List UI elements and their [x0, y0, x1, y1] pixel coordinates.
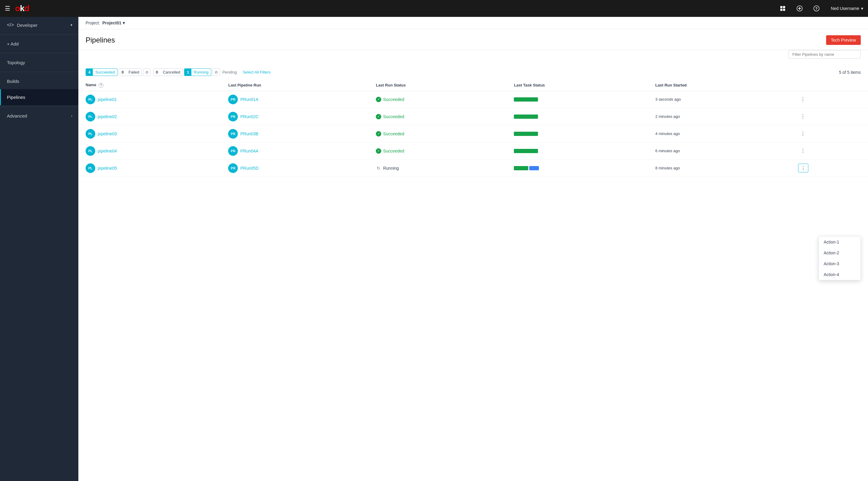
failed-filter-chip[interactable]: 0 Failed: [119, 68, 142, 76]
cancelled-label: Cancelled: [160, 69, 183, 76]
pipeline-run-link[interactable]: PRun04A: [240, 149, 258, 153]
status-label: Succeeded: [383, 149, 404, 153]
project-chevron-icon: ▾: [123, 21, 125, 25]
kebab-menu-button[interactable]: ⋮: [798, 147, 808, 155]
pending-icon: ⊘: [215, 70, 218, 74]
table-row: PL pipeline01 PR PRun01A ✓ Succeeded 3 s…: [79, 91, 868, 108]
project-selector-button[interactable]: Project01 ▾: [102, 21, 124, 25]
status-check-icon: ✓: [376, 148, 381, 154]
actions-cell: ⋮: [791, 125, 868, 142]
run-status-cell: ✓ Succeeded: [369, 91, 507, 108]
pipeline-run-link[interactable]: PRun02C: [240, 114, 258, 119]
status-label: Succeeded: [383, 131, 404, 136]
task-status-cell: [507, 142, 648, 159]
sidebar-item-pipelines[interactable]: Pipelines: [0, 89, 79, 105]
pipelines-table: Name ? Last Pipeline Run Last Run Status…: [79, 79, 868, 177]
user-menu-button[interactable]: Ned Username ▾: [831, 6, 863, 11]
pipeline-run-cell: PR PRun02C: [221, 108, 369, 125]
project-name: Project01: [102, 21, 121, 25]
pipeline-run-link[interactable]: PRun03B: [240, 131, 258, 136]
pipelines-table-wrapper: Name ? Last Pipeline Run Last Run Status…: [79, 79, 868, 177]
add-label: + Add: [7, 41, 19, 46]
pipeline-run-link[interactable]: PRun05D: [240, 166, 258, 170]
run-started-cell: 4 minutes ago: [648, 125, 791, 142]
topology-label: Topology: [7, 60, 25, 65]
pipeline-run-cell: PR PRun04A: [221, 142, 369, 159]
sidebar-item-developer[interactable]: </> Developer ▾: [0, 17, 79, 33]
sidebar-item-advanced[interactable]: Advanced ›: [0, 108, 79, 124]
pl-badge: PL: [86, 146, 95, 156]
run-status-cell: ↻ Running: [369, 159, 507, 177]
succeeded-count: 4: [86, 69, 93, 76]
pipeline-name-link[interactable]: pipeline05: [98, 166, 117, 170]
cancelled-filter-icon[interactable]: ⊘: [143, 68, 151, 76]
table-row: PL pipeline03 PR PRun03B ✓ Succeeded 4 m…: [79, 125, 868, 142]
action-3-item[interactable]: Action-3: [819, 258, 861, 269]
table-header-row: Name ? Last Pipeline Run Last Run Status…: [79, 79, 868, 91]
logo-text: okd: [15, 4, 29, 13]
sidebar-item-developer-label: Developer: [17, 23, 37, 28]
sidebar-divider-2: [0, 53, 79, 53]
col-name: Name ?: [79, 79, 221, 91]
pipeline-name-link[interactable]: pipeline02: [98, 114, 117, 119]
developer-icon: </>: [7, 22, 14, 28]
name-help-icon[interactable]: ?: [98, 83, 103, 88]
run-started-cell: 2 minutes ago: [648, 108, 791, 125]
filters-bar: 4 Succeeded 0 Failed ⊘ 0 Cancelled 1 Run…: [79, 62, 868, 79]
kebab-menu-button[interactable]: ⋮: [798, 95, 808, 103]
sidebar-item-topology[interactable]: Topology: [0, 55, 79, 70]
pr-badge: PR: [228, 112, 238, 122]
col-actions: [791, 79, 868, 91]
top-nav-icons: ? Ned Username ▾: [778, 4, 863, 13]
run-status-cell: ✓ Succeeded: [369, 108, 507, 125]
svg-rect-1: [783, 6, 785, 8]
filter-pipelines-input[interactable]: [788, 50, 861, 59]
action-1-item[interactable]: Action-1: [819, 236, 861, 248]
col-last-run: Last Pipeline Run: [221, 79, 369, 91]
status-check-icon: ✓: [376, 114, 381, 119]
pipeline-run-cell: PR PRun05D: [221, 159, 369, 177]
search-filter-row: [79, 50, 868, 62]
add-icon-button[interactable]: [795, 4, 804, 13]
hamburger-icon[interactable]: ☰: [5, 5, 10, 12]
pipeline-name-link[interactable]: pipeline03: [98, 131, 117, 136]
failed-label: Failed: [126, 69, 142, 76]
cancelled-filter-chip[interactable]: 0 Cancelled: [153, 68, 183, 76]
pipeline-run-cell: PR PRun01A: [221, 91, 369, 108]
grid-icon-button[interactable]: [778, 4, 787, 13]
action-2-item[interactable]: Action-2: [819, 248, 861, 258]
pl-badge: PL: [86, 129, 95, 139]
pr-badge: PR: [228, 146, 238, 156]
sidebar-item-add[interactable]: + Add: [0, 36, 79, 52]
kebab-menu-button[interactable]: ⋮: [798, 113, 808, 121]
task-status-cell: [507, 108, 648, 125]
kebab-menu-button[interactable]: ⋮: [798, 130, 808, 138]
pipeline-name-link[interactable]: pipeline04: [98, 149, 117, 153]
user-name-label: Ned Username: [831, 6, 859, 11]
pipeline-name-link[interactable]: pipeline01: [98, 97, 117, 102]
page-header: Pipelines Tech Preview: [79, 29, 868, 50]
run-started-cell: 6 minutes ago: [648, 142, 791, 159]
tech-preview-button[interactable]: Tech Preview: [826, 35, 861, 45]
pipeline-run-link[interactable]: PRun01A: [240, 97, 258, 102]
main-content: Project: Project01 ▾ Pipelines Tech Prev…: [79, 17, 868, 481]
pending-filter-icon[interactable]: ⊘: [213, 68, 220, 76]
sidebar-item-builds[interactable]: Builds: [0, 73, 79, 89]
cancelled-icon: ⊘: [145, 70, 149, 74]
running-count: 1: [184, 69, 191, 76]
action-4-item[interactable]: Action-4: [819, 269, 861, 280]
items-count: 5 of 5 items: [839, 70, 861, 75]
actions-cell: ⋮: [791, 108, 868, 125]
kebab-menu-button[interactable]: ⋮: [798, 164, 808, 172]
select-all-filters-button[interactable]: Select All Filters: [243, 70, 270, 74]
status-check-icon: ✓: [376, 97, 381, 102]
help-icon-button[interactable]: ?: [812, 4, 821, 13]
advanced-label: Advanced: [7, 113, 27, 119]
succeeded-filter-chip[interactable]: 4 Succeeded: [86, 68, 118, 76]
running-filter-chip[interactable]: 1 Running: [184, 68, 211, 76]
actions-cell: ⋮: [791, 159, 868, 177]
run-started-cell: 8 minutes ago: [648, 159, 791, 177]
actions-cell: ⋮: [791, 142, 868, 159]
run-status-cell: ✓ Succeeded: [369, 142, 507, 159]
main-layout: </> Developer ▾ + Add Topology Builds Pi…: [0, 17, 868, 481]
